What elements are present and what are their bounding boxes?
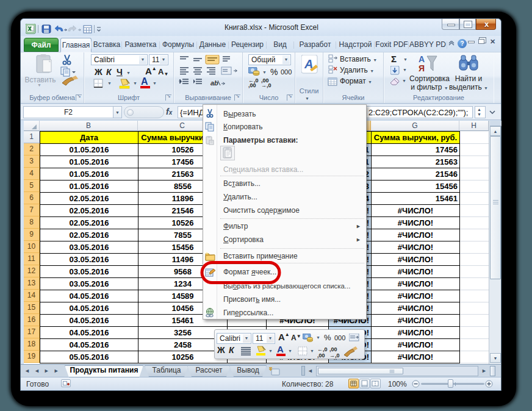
svg-text:Я: Я xyxy=(419,63,425,73)
svg-text:ab: ab xyxy=(210,79,218,87)
svg-text:А: А xyxy=(419,54,425,64)
